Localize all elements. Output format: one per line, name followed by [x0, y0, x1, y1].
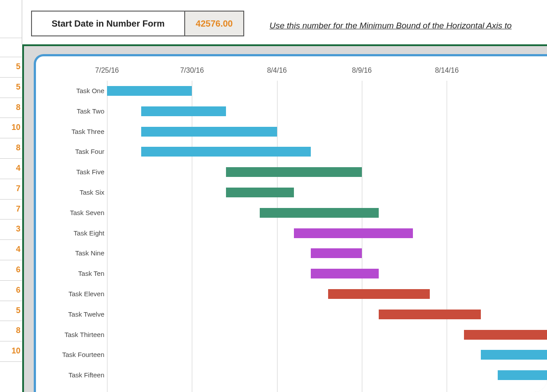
- gantt-bar[interactable]: [311, 248, 362, 258]
- gantt-bar[interactable]: [226, 188, 294, 197]
- row-value[interactable]: 6: [3, 280, 20, 300]
- x-tick-label: 8/9/16: [342, 67, 382, 74]
- row-value[interactable]: 5: [3, 57, 20, 77]
- y-tick-label: Task Thirteen: [38, 330, 104, 340]
- gridline: [107, 81, 107, 392]
- y-tick-label: Task Fifteen: [38, 370, 104, 380]
- y-tick-label: Task Six: [38, 188, 104, 197]
- y-tick-label: Task Five: [38, 167, 104, 177]
- row-value[interactable]: 3: [3, 219, 20, 239]
- gantt-bar[interactable]: [379, 310, 481, 319]
- gantt-bar[interactable]: [328, 289, 430, 299]
- y-tick-label: Task One: [38, 86, 104, 96]
- x-tick-label: 7/25/16: [87, 67, 127, 74]
- y-tick-label: Task Eleven: [38, 289, 104, 299]
- row-value[interactable]: 10: [3, 341, 20, 361]
- row-value[interactable]: 4: [3, 239, 20, 259]
- chart-y-labels: Task OneTask TwoTask ThreeTask FourTask …: [34, 54, 107, 392]
- row-value[interactable]: 4: [3, 158, 20, 178]
- y-tick-label: Task Fourteen: [38, 350, 104, 360]
- gridline: [447, 81, 447, 392]
- chart-plot-area: 7/25/167/30/168/4/168/9/168/14/16: [107, 79, 547, 392]
- gridline: [277, 81, 277, 392]
- gantt-bar[interactable]: [107, 86, 192, 96]
- gantt-bar[interactable]: [464, 330, 547, 340]
- start-date-label-cell: Start Date in Number Form: [31, 11, 184, 36]
- x-tick-label: 7/30/16: [172, 67, 212, 74]
- row-value[interactable]: 6: [3, 260, 20, 280]
- chart-container-outer: Task OneTask TwoTask ThreeTask FourTask …: [22, 44, 547, 392]
- start-date-value-cell[interactable]: 42576.00: [184, 11, 244, 36]
- gantt-bar[interactable]: [311, 269, 379, 278]
- gantt-bar[interactable]: [294, 228, 413, 238]
- y-tick-label: Task Nine: [38, 248, 104, 258]
- y-tick-label: Task Ten: [38, 269, 104, 278]
- gantt-bar[interactable]: [260, 208, 379, 218]
- row-divider: [0, 38, 22, 38]
- row-value[interactable]: 8: [3, 138, 20, 158]
- row-value[interactable]: 8: [3, 98, 20, 118]
- row-value[interactable]: 7: [3, 199, 20, 219]
- gantt-bar[interactable]: [481, 350, 547, 360]
- row-value[interactable]: 10: [3, 118, 20, 137]
- y-tick-label: Task Two: [38, 106, 104, 116]
- row-number-column: 55810847734665810: [0, 0, 22, 392]
- row-divider: [0, 57, 22, 57]
- gantt-bar[interactable]: [498, 370, 547, 380]
- gantt-bar[interactable]: [226, 167, 362, 177]
- y-tick-label: Task Seven: [38, 208, 104, 218]
- y-tick-label: Task Four: [38, 147, 104, 157]
- gantt-bar[interactable]: [141, 147, 311, 157]
- gantt-bar[interactable]: [141, 127, 277, 137]
- x-tick-label: 8/14/16: [427, 67, 467, 74]
- gantt-bar[interactable]: [141, 106, 226, 116]
- y-tick-label: Task Eight: [38, 228, 104, 238]
- y-tick-label: Task Three: [38, 127, 104, 137]
- header: Start Date in Number Form 42576.00 Use t…: [28, 5, 547, 41]
- x-tick-label: 8/4/16: [257, 67, 297, 74]
- y-tick-label: Task Twelve: [38, 310, 104, 319]
- row-value[interactable]: 5: [3, 77, 20, 97]
- row-divider: [0, 361, 22, 362]
- row-value[interactable]: 5: [3, 301, 20, 321]
- hint-text: Use this number for the Minimum Bound of…: [270, 21, 511, 31]
- gantt-chart[interactable]: Task OneTask TwoTask ThreeTask FourTask …: [34, 54, 547, 392]
- row-value[interactable]: 7: [3, 179, 20, 199]
- row-value[interactable]: 8: [3, 321, 20, 341]
